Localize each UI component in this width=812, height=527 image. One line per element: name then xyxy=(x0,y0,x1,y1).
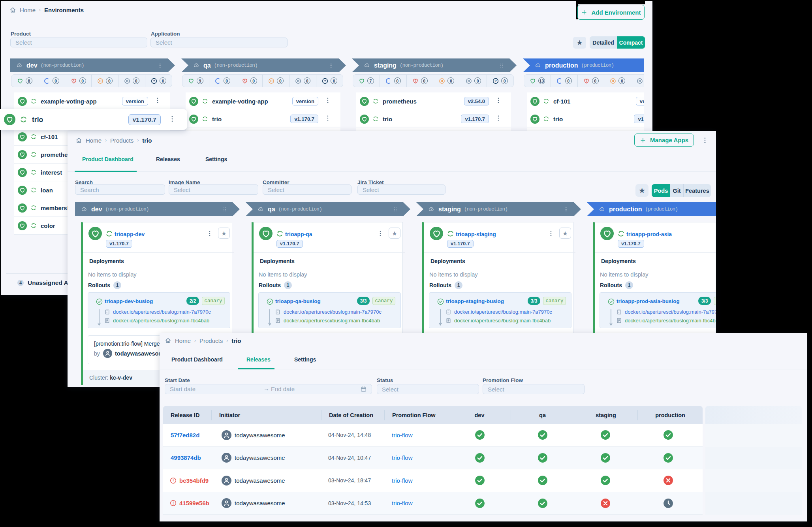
svg-text:?: ? xyxy=(495,79,497,83)
svg-text:?: ? xyxy=(153,79,155,83)
svg-text:?: ? xyxy=(324,79,326,83)
